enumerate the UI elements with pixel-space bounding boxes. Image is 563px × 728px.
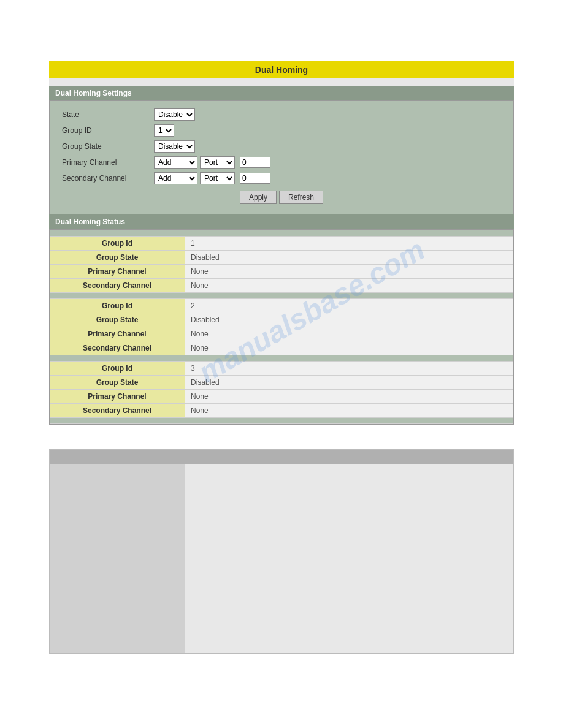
group3-id-row: Group Id 3 [50,361,513,375]
secondary-channel-value-input[interactable] [240,173,270,184]
status-header: Dual Homing Status [49,214,514,229]
group3-spacer [50,355,513,361]
group3-primary-value: None [185,389,513,403]
group1-primary-value: None [185,264,513,278]
page-title: Dual Homing [49,61,514,78]
group1-state-label: Group State [50,250,185,264]
group2-state-label: Group State [50,313,185,327]
group3-secondary-label: Secondary Channel [50,403,185,417]
bottom-row-3 [50,518,513,545]
group2-state-row: Group State Disabled [50,313,513,327]
status-table: Group Id 1 Group State Disabled Primary … [50,230,513,424]
group3-primary-row: Primary Channel None [50,389,513,403]
secondary-channel-controls: Add Remove Port Trunk [154,172,270,184]
apply-button[interactable]: Apply [240,191,277,204]
bottom-label-6 [50,599,185,626]
state-label: State [62,110,154,119]
group3-secondary-row: Secondary Channel None [50,403,513,417]
bottom-value-2 [185,491,513,518]
group1-state-row: Group State Disabled [50,250,513,264]
group2-secondary-value: None [185,341,513,355]
group1-primary-row: Primary Channel None [50,264,513,278]
group1-id-row: Group Id 1 [50,236,513,250]
group1-id-value: 1 [185,236,513,250]
group1-spacer [50,230,513,236]
group3-id-value: 3 [185,361,513,375]
bottom-label-5 [50,572,185,599]
group2-primary-value: None [185,327,513,341]
group2-secondary-row: Secondary Channel None [50,341,513,355]
primary-channel-action-select[interactable]: Add Remove [154,156,197,169]
group2-spacer [50,292,513,298]
bottom-section-header [50,450,513,464]
group-id-row: Group ID 1 2 3 [62,124,501,137]
bottom-label-1 [50,464,185,491]
bottom-label-3 [50,518,185,545]
refresh-button[interactable]: Refresh [279,191,323,204]
group1-state-value: Disabled [185,250,513,264]
group3-state-row: Group State Disabled [50,375,513,389]
group-state-select[interactable]: Disable Enable [154,140,195,153]
primary-channel-value-input[interactable] [240,157,270,168]
secondary-channel-action-select[interactable]: Add Remove [154,172,197,184]
secondary-channel-type-select[interactable]: Port Trunk [200,172,235,184]
group-id-label: Group ID [62,126,154,135]
group3-id-label: Group Id [50,361,185,375]
bottom-section [49,449,514,654]
bottom-value-6 [185,599,513,626]
group-id-select[interactable]: 1 2 3 [154,124,174,137]
bottom-row-1 [50,464,513,491]
primary-channel-controls: Add Remove Port Trunk [154,156,270,169]
bottom-label-7 [50,626,185,653]
bottom-row-7 [50,626,513,653]
group2-state-value: Disabled [185,313,513,327]
bottom-table [50,464,513,654]
status-panel: Group Id 1 Group State Disabled Primary … [49,229,514,425]
group1-secondary-row: Secondary Channel None [50,278,513,292]
group1-primary-label: Primary Channel [50,264,185,278]
bottom-value-1 [185,464,513,491]
primary-channel-type-select[interactable]: Port Trunk [200,156,235,169]
bottom-value-4 [185,545,513,572]
bottom-row-2 [50,491,513,518]
group1-id-label: Group Id [50,236,185,250]
group3-state-value: Disabled [185,375,513,389]
group2-id-value: 2 [185,298,513,313]
group3-secondary-value: None [185,403,513,417]
group3-state-label: Group State [50,375,185,389]
state-row: State Disable Enable [62,108,501,121]
primary-channel-label: Primary Channel [62,158,154,167]
bottom-spacer [50,417,513,423]
bottom-label-4 [50,545,185,572]
group2-primary-label: Primary Channel [50,327,185,341]
form-buttons: Apply Refresh [62,191,501,204]
secondary-channel-row: Secondary Channel Add Remove Port Trunk [62,172,501,184]
bottom-value-3 [185,518,513,545]
group2-primary-row: Primary Channel None [50,327,513,341]
bottom-row-4 [50,545,513,572]
group1-secondary-label: Secondary Channel [50,278,185,292]
group2-secondary-label: Secondary Channel [50,341,185,355]
group1-secondary-value: None [185,278,513,292]
primary-channel-row: Primary Channel Add Remove Port Trunk [62,156,501,169]
group-state-row: Group State Disable Enable [62,140,501,153]
bottom-row-5 [50,572,513,599]
group-state-label: Group State [62,142,154,151]
state-select[interactable]: Disable Enable [154,108,195,121]
bottom-value-7 [185,626,513,653]
bottom-label-2 [50,491,185,518]
group2-id-label: Group Id [50,298,185,313]
bottom-row-6 [50,599,513,626]
group3-primary-label: Primary Channel [50,389,185,403]
bottom-value-5 [185,572,513,599]
group2-id-row: Group Id 2 [50,298,513,313]
settings-panel: State Disable Enable Group ID 1 2 3 Grou… [49,100,514,214]
settings-header: Dual Homing Settings [49,86,514,100]
secondary-channel-label: Secondary Channel [62,174,154,183]
